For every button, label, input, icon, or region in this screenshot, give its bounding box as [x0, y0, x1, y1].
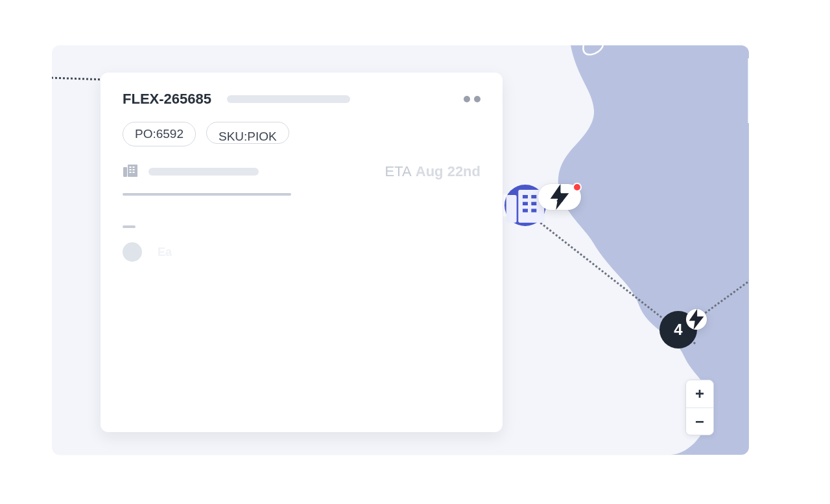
skeleton-mini: [123, 225, 136, 228]
svg-rect-10: [130, 166, 132, 168]
building-icon: [123, 164, 138, 179]
svg-rect-11: [133, 166, 135, 168]
alert-dot-icon: [573, 183, 582, 192]
panel-header: FLEX-265685: [123, 91, 480, 108]
svg-rect-14: [130, 172, 132, 173]
dot-icon: [464, 96, 470, 102]
dot-icon: [474, 96, 480, 102]
shipment-id: FLEX-265685: [123, 91, 211, 108]
skeleton-line: [227, 95, 350, 103]
app-frame: 1 4 + − FLEX-265685 PO:6592: [52, 45, 749, 455]
svg-rect-3: [531, 195, 536, 198]
svg-rect-5: [531, 202, 536, 205]
zoom-in-button[interactable]: +: [686, 380, 713, 407]
progress-bar: [123, 193, 291, 196]
eta-date: Aug 22nd: [416, 163, 480, 180]
map-pin-cluster-badge[interactable]: [686, 309, 707, 330]
bolt-icon: [686, 309, 707, 330]
svg-rect-15: [133, 172, 135, 173]
svg-rect-7: [531, 209, 536, 212]
sku-chip[interactable]: SKU:PIOK: [206, 122, 289, 144]
svg-rect-4: [523, 202, 528, 205]
skeleton-line: [148, 168, 259, 176]
zoom-out-button[interactable]: −: [686, 407, 713, 435]
pin-cluster-count: 4: [674, 321, 682, 339]
zoom-controls: + −: [685, 380, 714, 435]
svg-rect-6: [523, 209, 528, 212]
svg-rect-2: [523, 195, 528, 198]
origin-row: ETA Aug 22nd: [123, 163, 480, 180]
svg-rect-8: [123, 167, 127, 177]
svg-rect-9: [128, 165, 137, 177]
svg-rect-0: [506, 195, 517, 223]
svg-rect-13: [133, 169, 135, 170]
ghost-text: Ea: [158, 246, 172, 259]
eta: ETA Aug 22nd: [385, 163, 480, 180]
eta-label: ETA: [385, 163, 412, 180]
ghost-row: Ea: [123, 242, 480, 262]
panel-menu-button[interactable]: [464, 96, 480, 102]
skeleton-avatar: [123, 242, 142, 262]
svg-rect-12: [130, 169, 132, 170]
chip-row: PO:6592 SKU:PIOK: [123, 122, 480, 146]
po-chip[interactable]: PO:6592: [123, 122, 196, 146]
shipment-panel: FLEX-265685 PO:6592 SKU:PIOK: [101, 73, 503, 432]
